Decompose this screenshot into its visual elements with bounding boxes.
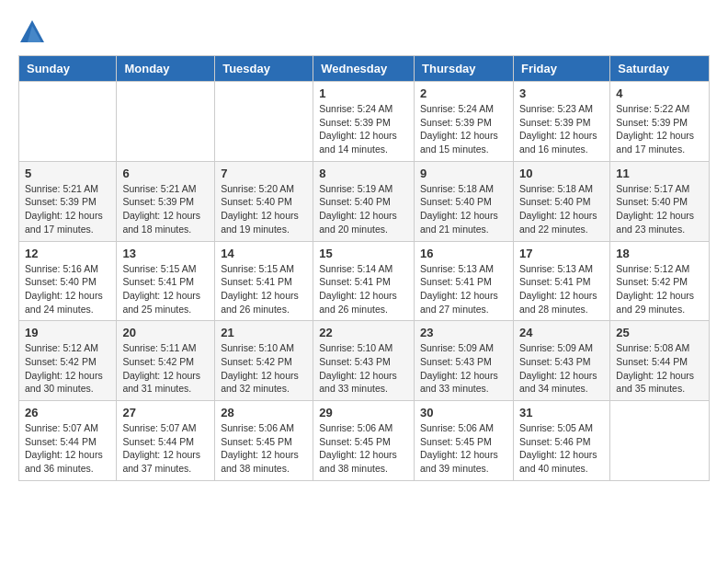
- calendar-cell: 10Sunrise: 5:18 AM Sunset: 5:40 PM Dayli…: [513, 161, 609, 241]
- day-info: Sunrise: 5:06 AM Sunset: 5:45 PM Dayligh…: [420, 421, 507, 476]
- column-header-friday: Friday: [513, 56, 609, 82]
- calendar-cell: 22Sunrise: 5:10 AM Sunset: 5:43 PM Dayli…: [313, 321, 415, 401]
- day-number: 7: [221, 167, 307, 180]
- day-info: Sunrise: 5:07 AM Sunset: 5:44 PM Dayligh…: [122, 421, 209, 476]
- calendar-week-row: 26Sunrise: 5:07 AM Sunset: 5:44 PM Dayli…: [19, 401, 710, 481]
- day-info: Sunrise: 5:14 AM Sunset: 5:41 PM Dayligh…: [319, 262, 408, 316]
- day-number: 15: [319, 247, 408, 260]
- day-info: Sunrise: 5:07 AM Sunset: 5:44 PM Dayligh…: [25, 421, 110, 476]
- page-header: [18, 18, 710, 46]
- calendar-cell: 29Sunrise: 5:06 AM Sunset: 5:45 PM Dayli…: [313, 401, 415, 481]
- day-number: 2: [420, 86, 507, 100]
- day-info: Sunrise: 5:18 AM Sunset: 5:40 PM Dayligh…: [420, 182, 507, 236]
- calendar-cell: 12Sunrise: 5:16 AM Sunset: 5:40 PM Dayli…: [19, 241, 117, 321]
- logo-icon: [18, 18, 46, 46]
- day-number: 30: [420, 406, 507, 419]
- day-info: Sunrise: 5:05 AM Sunset: 5:46 PM Dayligh…: [519, 421, 604, 476]
- calendar-header-row: SundayMondayTuesdayWednesdayThursdayFrid…: [19, 56, 710, 82]
- column-header-saturday: Saturday: [610, 56, 710, 82]
- day-number: 22: [319, 326, 408, 339]
- day-info: Sunrise: 5:06 AM Sunset: 5:45 PM Dayligh…: [319, 421, 408, 476]
- calendar-cell: 31Sunrise: 5:05 AM Sunset: 5:46 PM Dayli…: [513, 401, 609, 481]
- day-number: 27: [122, 406, 209, 419]
- day-number: 16: [420, 247, 507, 260]
- day-info: Sunrise: 5:09 AM Sunset: 5:43 PM Dayligh…: [420, 341, 507, 396]
- calendar-cell: 30Sunrise: 5:06 AM Sunset: 5:45 PM Dayli…: [415, 401, 514, 481]
- day-number: 5: [25, 167, 110, 180]
- column-header-wednesday: Wednesday: [313, 56, 415, 82]
- day-info: Sunrise: 5:23 AM Sunset: 5:39 PM Dayligh…: [519, 102, 604, 156]
- calendar-cell: 8Sunrise: 5:19 AM Sunset: 5:40 PM Daylig…: [313, 161, 415, 241]
- day-info: Sunrise: 5:16 AM Sunset: 5:40 PM Dayligh…: [25, 262, 110, 316]
- calendar-cell: 1Sunrise: 5:24 AM Sunset: 5:39 PM Daylig…: [313, 82, 415, 162]
- day-number: 13: [122, 247, 209, 260]
- calendar-cell: 7Sunrise: 5:20 AM Sunset: 5:40 PM Daylig…: [215, 161, 313, 241]
- day-info: Sunrise: 5:10 AM Sunset: 5:42 PM Dayligh…: [221, 341, 307, 396]
- day-number: 23: [420, 326, 507, 339]
- day-number: 1: [319, 86, 408, 100]
- calendar-cell: 5Sunrise: 5:21 AM Sunset: 5:39 PM Daylig…: [19, 161, 117, 241]
- day-info: Sunrise: 5:11 AM Sunset: 5:42 PM Dayligh…: [122, 341, 209, 396]
- day-info: Sunrise: 5:18 AM Sunset: 5:40 PM Dayligh…: [519, 182, 604, 236]
- day-number: 19: [25, 326, 110, 339]
- calendar-week-row: 19Sunrise: 5:12 AM Sunset: 5:42 PM Dayli…: [19, 321, 710, 401]
- day-info: Sunrise: 5:17 AM Sunset: 5:40 PM Dayligh…: [616, 182, 703, 236]
- day-info: Sunrise: 5:09 AM Sunset: 5:43 PM Dayligh…: [519, 341, 604, 396]
- day-info: Sunrise: 5:10 AM Sunset: 5:43 PM Dayligh…: [319, 341, 408, 396]
- calendar-week-row: 5Sunrise: 5:21 AM Sunset: 5:39 PM Daylig…: [19, 161, 710, 241]
- calendar-cell: 3Sunrise: 5:23 AM Sunset: 5:39 PM Daylig…: [513, 82, 609, 162]
- day-info: Sunrise: 5:13 AM Sunset: 5:41 PM Dayligh…: [519, 262, 604, 316]
- day-number: 10: [519, 167, 604, 180]
- column-header-sunday: Sunday: [19, 56, 117, 82]
- day-info: Sunrise: 5:21 AM Sunset: 5:39 PM Dayligh…: [25, 182, 110, 236]
- column-header-tuesday: Tuesday: [215, 56, 313, 82]
- day-info: Sunrise: 5:15 AM Sunset: 5:41 PM Dayligh…: [221, 262, 307, 316]
- calendar-cell: 14Sunrise: 5:15 AM Sunset: 5:41 PM Dayli…: [215, 241, 313, 321]
- calendar-cell: 27Sunrise: 5:07 AM Sunset: 5:44 PM Dayli…: [117, 401, 215, 481]
- day-number: 4: [616, 86, 703, 100]
- calendar-cell: 9Sunrise: 5:18 AM Sunset: 5:40 PM Daylig…: [415, 161, 514, 241]
- day-info: Sunrise: 5:24 AM Sunset: 5:39 PM Dayligh…: [420, 102, 507, 156]
- day-number: 11: [616, 167, 703, 180]
- calendar-cell: 25Sunrise: 5:08 AM Sunset: 5:44 PM Dayli…: [610, 321, 710, 401]
- day-info: Sunrise: 5:19 AM Sunset: 5:40 PM Dayligh…: [319, 182, 408, 236]
- calendar-week-row: 1Sunrise: 5:24 AM Sunset: 5:39 PM Daylig…: [19, 82, 710, 162]
- day-number: 14: [221, 247, 307, 260]
- calendar-cell: 16Sunrise: 5:13 AM Sunset: 5:41 PM Dayli…: [415, 241, 514, 321]
- day-number: 29: [319, 406, 408, 419]
- day-info: Sunrise: 5:13 AM Sunset: 5:41 PM Dayligh…: [420, 262, 507, 316]
- calendar-table: SundayMondayTuesdayWednesdayThursdayFrid…: [18, 55, 710, 481]
- day-info: Sunrise: 5:21 AM Sunset: 5:39 PM Dayligh…: [122, 182, 209, 236]
- day-number: 17: [519, 247, 604, 260]
- calendar-cell: 26Sunrise: 5:07 AM Sunset: 5:44 PM Dayli…: [19, 401, 117, 481]
- column-header-thursday: Thursday: [415, 56, 514, 82]
- day-number: 18: [616, 247, 703, 260]
- day-info: Sunrise: 5:15 AM Sunset: 5:41 PM Dayligh…: [122, 262, 209, 316]
- calendar-cell: 23Sunrise: 5:09 AM Sunset: 5:43 PM Dayli…: [415, 321, 514, 401]
- calendar-cell: 6Sunrise: 5:21 AM Sunset: 5:39 PM Daylig…: [117, 161, 215, 241]
- day-info: Sunrise: 5:12 AM Sunset: 5:42 PM Dayligh…: [25, 341, 110, 396]
- day-number: 25: [616, 326, 703, 339]
- day-number: 12: [25, 247, 110, 260]
- calendar-week-row: 12Sunrise: 5:16 AM Sunset: 5:40 PM Dayli…: [19, 241, 710, 321]
- calendar-cell: 15Sunrise: 5:14 AM Sunset: 5:41 PM Dayli…: [313, 241, 415, 321]
- calendar-cell: 19Sunrise: 5:12 AM Sunset: 5:42 PM Dayli…: [19, 321, 117, 401]
- calendar-cell: [117, 82, 215, 162]
- day-info: Sunrise: 5:08 AM Sunset: 5:44 PM Dayligh…: [616, 341, 703, 396]
- calendar-cell: [19, 82, 117, 162]
- day-info: Sunrise: 5:06 AM Sunset: 5:45 PM Dayligh…: [221, 421, 307, 476]
- day-info: Sunrise: 5:12 AM Sunset: 5:42 PM Dayligh…: [616, 262, 703, 316]
- calendar-cell: 18Sunrise: 5:12 AM Sunset: 5:42 PM Dayli…: [610, 241, 710, 321]
- calendar-cell: 24Sunrise: 5:09 AM Sunset: 5:43 PM Dayli…: [513, 321, 609, 401]
- calendar-cell: 11Sunrise: 5:17 AM Sunset: 5:40 PM Dayli…: [610, 161, 710, 241]
- calendar-cell: 21Sunrise: 5:10 AM Sunset: 5:42 PM Dayli…: [215, 321, 313, 401]
- day-number: 28: [221, 406, 307, 419]
- calendar-cell: 20Sunrise: 5:11 AM Sunset: 5:42 PM Dayli…: [117, 321, 215, 401]
- calendar-cell: 17Sunrise: 5:13 AM Sunset: 5:41 PM Dayli…: [513, 241, 609, 321]
- day-number: 20: [122, 326, 209, 339]
- day-number: 26: [25, 406, 110, 419]
- calendar-cell: [610, 401, 710, 481]
- day-info: Sunrise: 5:20 AM Sunset: 5:40 PM Dayligh…: [221, 182, 307, 236]
- day-number: 9: [420, 167, 507, 180]
- day-info: Sunrise: 5:24 AM Sunset: 5:39 PM Dayligh…: [319, 102, 408, 156]
